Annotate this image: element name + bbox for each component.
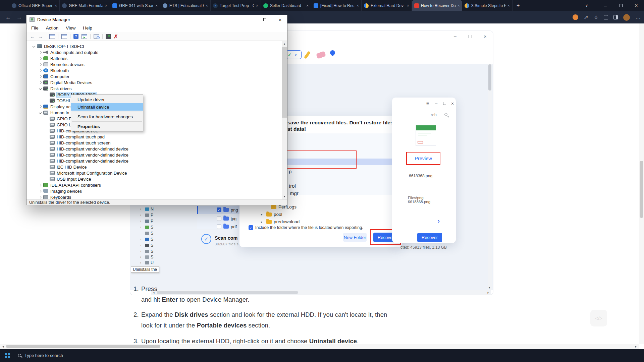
- forward-icon[interactable]: →: [38, 34, 43, 39]
- recover-button[interactable]: Recover: [417, 233, 442, 242]
- tab-close-icon[interactable]: ×: [55, 3, 57, 8]
- tab-close-icon[interactable]: ×: [357, 3, 359, 8]
- window-close-button[interactable]: ×: [629, 0, 644, 11]
- scroll-right-icon[interactable]: ►: [487, 291, 490, 294]
- caret-icon[interactable]: ▸: [261, 220, 264, 224]
- update-driver-icon[interactable]: [106, 34, 111, 39]
- page-vertical-scrollbar[interactable]: [639, 23, 644, 344]
- back-button[interactable]: ←: [5, 14, 11, 21]
- tab-close-icon[interactable]: ×: [458, 3, 460, 8]
- close-button[interactable]: ×: [272, 15, 288, 24]
- minimize-button[interactable]: –: [241, 15, 257, 24]
- tab-close-icon[interactable]: ×: [155, 3, 158, 8]
- tab-close-icon[interactable]: ×: [206, 3, 208, 8]
- menu-item-uninstall-device[interactable]: Uninstall device: [71, 103, 143, 111]
- minimize-icon[interactable]: –: [435, 101, 437, 106]
- eraser-tool-icon[interactable]: [316, 51, 326, 59]
- folder-row[interactable]: PerfLogs: [266, 204, 297, 209]
- sidebar-panel-icon[interactable]: [613, 15, 618, 19]
- tree-item-imaging[interactable]: Imaging devices: [26, 188, 282, 194]
- tab-close-icon[interactable]: ×: [306, 3, 309, 8]
- window-minimize-button[interactable]: –: [598, 0, 613, 11]
- next-arrow-icon[interactable]: ›: [438, 218, 440, 225]
- hamburger-icon[interactable]: ≡: [426, 101, 429, 106]
- tree-item-ms-input[interactable]: Microsoft Input Configuration Device: [26, 170, 282, 176]
- tree-item-gpio[interactable]: GPIO L: [26, 122, 282, 128]
- preview-button[interactable]: Preview: [406, 152, 440, 165]
- tab-close-icon[interactable]: ×: [105, 3, 107, 8]
- tab-ets[interactable]: ETS | Educational R×: [160, 0, 211, 11]
- extension-icon[interactable]: [573, 14, 578, 20]
- tab-gre-math[interactable]: GRE Math Formulas×: [60, 0, 110, 11]
- pin-tool-icon[interactable]: [329, 49, 336, 56]
- checkbox-checked-icon[interactable]: ✓: [249, 225, 253, 230]
- scrollbar-thumb[interactable]: [640, 161, 643, 218]
- tab-target-test-prep[interactable]: »Target Test Prep - C×: [211, 0, 261, 11]
- embedded-vertical-scrollbar[interactable]: ▾: [488, 64, 492, 290]
- folder-row[interactable]: ▸predownload: [261, 219, 300, 224]
- properties-icon[interactable]: [61, 34, 67, 39]
- tree-item-hid-vendor[interactable]: HID-compliant vendor-defined device: [26, 146, 282, 152]
- menu-view[interactable]: View: [66, 25, 75, 31]
- maximize-icon[interactable]: [443, 102, 446, 105]
- profile-avatar[interactable]: [623, 14, 630, 21]
- search-icon[interactable]: [18, 354, 21, 357]
- maximize-button[interactable]: [257, 15, 272, 24]
- menu-action[interactable]: Action: [46, 25, 59, 31]
- tree-item-hid-touchscreen[interactable]: HID-compliant touch screen: [26, 140, 282, 146]
- settings-menu-icon[interactable]: …: [635, 14, 641, 20]
- include-folder-option[interactable]: ✓ Include the folder where the file is l…: [249, 225, 363, 230]
- back-icon[interactable]: ←: [30, 34, 35, 39]
- checkbox-checked-icon[interactable]: ✓: [217, 207, 221, 212]
- minimize-icon[interactable]: –: [454, 34, 457, 39]
- tree-item-hid-vendor[interactable]: HID-compliant vendor-defined device: [26, 158, 282, 164]
- checkbox-icon[interactable]: [217, 216, 221, 221]
- scrollbar-thumb[interactable]: [6, 345, 160, 348]
- scrollbar-thumb[interactable]: [488, 64, 491, 90]
- annotation-check-button[interactable]: ✓ ∨: [286, 50, 302, 59]
- maximize-icon[interactable]: [469, 35, 472, 38]
- forward-button[interactable]: →: [16, 14, 22, 21]
- tree-item-bory-disk[interactable]: BORY MII500 128G: [26, 92, 282, 98]
- tab-fixed-how-to[interactable]: [Fixed] How to Rec×: [311, 0, 362, 11]
- tab-close-icon[interactable]: ×: [507, 3, 510, 8]
- tree-scrollbar[interactable]: ▴ ▾: [282, 41, 287, 199]
- search-input[interactable]: rch: [431, 112, 437, 117]
- scroll-down-icon[interactable]: ▾: [282, 194, 287, 199]
- menu-file[interactable]: File: [31, 25, 39, 31]
- tree-item-human-interface[interactable]: Human In: [26, 110, 282, 116]
- favorites-star-icon[interactable]: ☆: [594, 14, 598, 20]
- scan-hardware-icon[interactable]: [94, 34, 99, 39]
- search-input[interactable]: Type here to search: [24, 353, 63, 358]
- tree-item-hid-vendor[interactable]: HID-compliant vendor-defined device: [26, 152, 282, 158]
- search-icon[interactable]: [444, 113, 447, 116]
- pen-tool-icon[interactable]: [304, 51, 311, 59]
- start-button[interactable]: [5, 353, 10, 358]
- menu-item-scan-hardware[interactable]: Scan for hardware changes: [71, 113, 143, 120]
- tree-item-toshiba-disk[interactable]: TOSHI: [26, 98, 282, 104]
- menu-item-update-driver[interactable]: Update driver: [71, 96, 143, 103]
- share-icon[interactable]: ↗: [584, 14, 588, 20]
- tree-item-hid-device[interactable]: HID-compliant device: [26, 128, 282, 134]
- extensions-puzzle-icon[interactable]: [604, 15, 608, 19]
- new-tab-button[interactable]: +: [517, 3, 520, 9]
- embedded-horizontal-scrollbar[interactable]: ◄ ►: [151, 290, 491, 295]
- scroll-left-icon[interactable]: ◄: [2, 345, 4, 348]
- menu-help[interactable]: Help: [83, 25, 92, 31]
- tab-official-gre[interactable]: Official GRE Super×: [9, 0, 60, 11]
- uninstall-device-icon[interactable]: ✗: [114, 34, 118, 40]
- scrollbar-thumb[interactable]: [157, 291, 298, 294]
- page-horizontal-scrollbar[interactable]: ◄ ►: [0, 344, 639, 349]
- close-icon[interactable]: ×: [451, 101, 454, 106]
- tree-item-batteries[interactable]: Batteries: [26, 55, 282, 61]
- tab-external-hard-drive[interactable]: External Hard Driv×: [362, 0, 412, 11]
- action-pane-icon[interactable]: [82, 34, 87, 39]
- show-console-tree-icon[interactable]: [49, 34, 55, 39]
- tree-item-gpio[interactable]: GPIO D: [26, 116, 282, 122]
- image-thumbnail[interactable]: [416, 125, 436, 146]
- tab-close-icon[interactable]: ×: [407, 3, 409, 8]
- scroll-right-icon[interactable]: ►: [635, 345, 637, 348]
- tab-3-simple-steps[interactable]: 3 Simple Steps to F×: [462, 0, 513, 11]
- tree-item-keyboards[interactable]: Keyboards: [26, 194, 282, 199]
- scrollbar-thumb[interactable]: [282, 47, 287, 118]
